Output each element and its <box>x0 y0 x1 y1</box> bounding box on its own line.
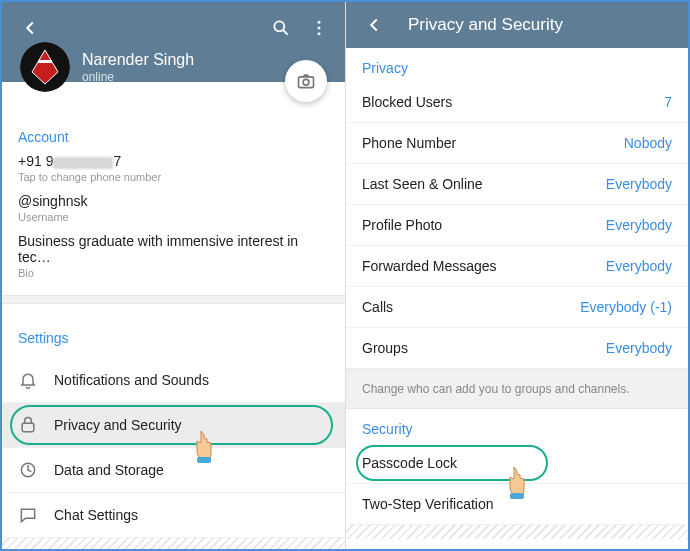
torn-edge <box>2 538 345 549</box>
svg-rect-5 <box>38 60 52 63</box>
privacy-item-value: 7 <box>664 94 672 110</box>
privacy-item-label: Phone Number <box>362 135 456 151</box>
torn-edge <box>346 525 688 539</box>
settings-header: Settings <box>2 318 345 350</box>
privacy-item-forwarded[interactable]: Forwarded MessagesEverybody <box>346 246 688 287</box>
phone-row[interactable]: +91 97 Tap to change phone number <box>18 153 329 183</box>
privacy-item-value: Everybody (-1) <box>580 299 672 315</box>
privacy-item-label: Profile Photo <box>362 217 442 233</box>
account-section: Account +91 97 Tap to change phone numbe… <box>2 103 345 295</box>
username-value: @singhnsk <box>18 193 329 209</box>
avatar[interactable] <box>20 42 70 92</box>
svg-rect-8 <box>22 423 34 431</box>
data-icon <box>18 460 38 480</box>
privacy-item-groups[interactable]: GroupsEverybody <box>346 328 688 369</box>
security-item-passcode-lock[interactable]: Passcode Lock <box>346 443 688 484</box>
phone-value: +91 97 <box>18 153 329 169</box>
privacy-item-value: Everybody <box>606 217 672 233</box>
security-item-label: Two-Step Verification <box>362 496 494 512</box>
privacy-item-label: Forwarded Messages <box>362 258 497 274</box>
search-icon <box>271 18 291 38</box>
privacy-item-value: Nobody <box>624 135 672 151</box>
bio-value: Business graduate with immensive interes… <box>18 233 329 265</box>
privacy-header: Privacy <box>346 48 688 82</box>
privacy-item-label: Blocked Users <box>362 94 452 110</box>
lock-icon <box>18 415 38 435</box>
profile-name: Narender Singh <box>82 51 194 69</box>
bio-row[interactable]: Business graduate with immensive interes… <box>18 233 329 279</box>
svg-point-3 <box>318 32 321 35</box>
security-list: Passcode Lock Two-Step Verification <box>346 443 688 525</box>
settings-item-label: Chat Settings <box>54 507 138 523</box>
privacy-item-label: Groups <box>362 340 408 356</box>
back-button[interactable] <box>358 9 390 41</box>
svg-point-2 <box>318 27 321 30</box>
settings-topbar: Narender Singh online <box>2 2 345 82</box>
security-item-label: Passcode Lock <box>362 455 457 471</box>
username-row[interactable]: @singhnsk Username <box>18 193 329 223</box>
section-divider <box>2 295 345 303</box>
privacy-note: Change who can add you to groups and cha… <box>346 369 688 409</box>
chat-icon <box>18 505 38 525</box>
security-item-two-step[interactable]: Two-Step Verification <box>346 484 688 525</box>
settings-item-privacy-security[interactable]: Privacy and Security <box>2 403 345 448</box>
privacy-item-label: Last Seen & Online <box>362 176 483 192</box>
settings-item-chat-settings[interactable]: Chat Settings <box>2 493 345 538</box>
privacy-item-profile-photo[interactable]: Profile PhotoEverybody <box>346 205 688 246</box>
more-vertical-icon <box>309 18 329 38</box>
account-header: Account <box>18 129 329 145</box>
username-subtext: Username <box>18 211 329 223</box>
svg-point-0 <box>274 21 284 31</box>
privacy-item-phone-number[interactable]: Phone NumberNobody <box>346 123 688 164</box>
privacy-item-label: Calls <box>362 299 393 315</box>
phone-subtext: Tap to change phone number <box>18 171 329 183</box>
settings-item-notifications[interactable]: Notifications and Sounds <box>2 358 345 403</box>
bio-subtext: Bio <box>18 267 329 279</box>
svg-point-7 <box>303 80 309 86</box>
settings-screen: Narender Singh online Account +91 97 Tap… <box>2 2 346 549</box>
settings-item-data-storage[interactable]: Data and Storage <box>2 448 345 493</box>
privacy-item-value: Everybody <box>606 258 672 274</box>
svg-point-1 <box>318 21 321 24</box>
svg-rect-6 <box>299 77 314 88</box>
settings-list: Notifications and Sounds Privacy and Sec… <box>2 358 345 538</box>
privacy-item-value: Everybody <box>606 340 672 356</box>
privacy-security-screen: Privacy and Security Privacy Blocked Use… <box>346 2 688 549</box>
profile-status: online <box>82 70 194 84</box>
camera-icon <box>296 71 316 91</box>
settings-item-label: Notifications and Sounds <box>54 372 209 388</box>
settings-item-label: Data and Storage <box>54 462 164 478</box>
privacy-item-last-seen[interactable]: Last Seen & OnlineEverybody <box>346 164 688 205</box>
settings-item-label: Privacy and Security <box>54 417 182 433</box>
privacy-item-blocked-users[interactable]: Blocked Users7 <box>346 82 688 123</box>
back-arrow-icon <box>19 17 41 39</box>
back-arrow-icon <box>363 14 385 36</box>
privacy-item-value: Everybody <box>606 176 672 192</box>
page-title: Privacy and Security <box>408 15 563 35</box>
bell-icon <box>18 370 38 390</box>
security-header: Security <box>346 409 688 443</box>
privacy-item-calls[interactable]: CallsEverybody (-1) <box>346 287 688 328</box>
privacy-list: Blocked Users7 Phone NumberNobody Last S… <box>346 82 688 369</box>
privacy-topbar: Privacy and Security <box>346 2 688 48</box>
